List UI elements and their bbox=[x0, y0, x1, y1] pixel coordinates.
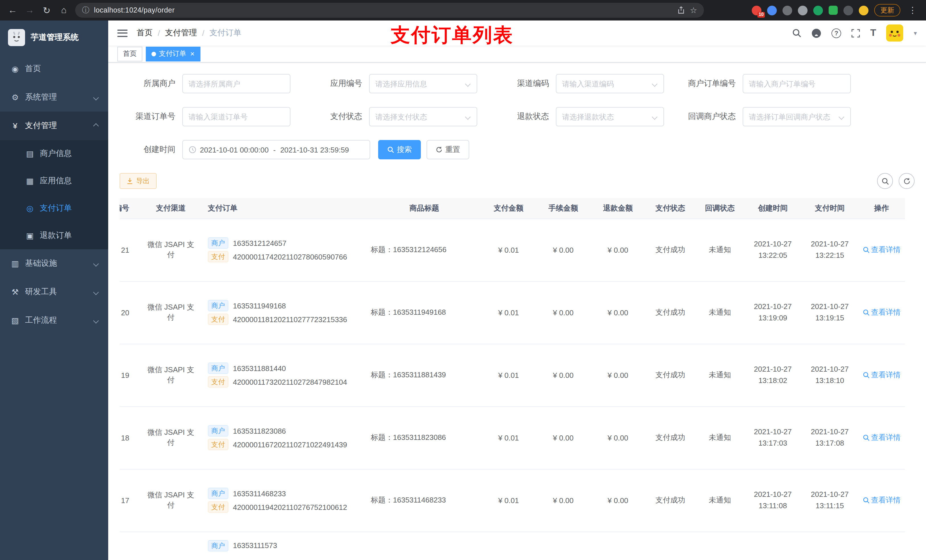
create-time-range[interactable]: 2021-10-01 00:00:00 - 2021-10-31 23:59:5… bbox=[182, 140, 370, 159]
view-detail-link[interactable]: 查看详情 bbox=[862, 245, 901, 255]
row-actions: 查看详情 bbox=[858, 344, 905, 406]
app-logo[interactable]: 芋道管理系统 bbox=[0, 21, 108, 54]
toggle-search-button[interactable] bbox=[877, 173, 893, 189]
site-info-icon[interactable]: ⓘ bbox=[82, 5, 89, 15]
tab-pay-order[interactable]: 支付订单 × bbox=[146, 46, 200, 61]
channel-code-select[interactable] bbox=[556, 74, 664, 93]
extension-icon[interactable] bbox=[798, 5, 808, 15]
callback-status-select[interactable] bbox=[743, 107, 851, 126]
browser-back-icon[interactable]: ← bbox=[5, 2, 21, 18]
bookmark-star-icon[interactable]: ☆ bbox=[690, 6, 697, 15]
extension-icon[interactable] bbox=[813, 5, 823, 15]
user-avatar[interactable] bbox=[887, 24, 903, 42]
extension-icon[interactable]: 10 bbox=[752, 5, 761, 15]
extension-icon[interactable] bbox=[829, 6, 838, 15]
sidebar-item-label: 系统管理 bbox=[25, 92, 57, 103]
clock-icon bbox=[189, 146, 197, 154]
date-start: 2021-10-01 00:00:00 bbox=[200, 145, 268, 154]
table-row: 18微信 JSAPI 支付商户1635311823086支付4200001167… bbox=[120, 406, 905, 469]
merchant-order-no-input[interactable] bbox=[749, 79, 844, 88]
fullscreen-icon[interactable] bbox=[851, 29, 860, 37]
view-detail-link[interactable]: 查看详情 bbox=[862, 495, 901, 506]
pay-status-select-input[interactable] bbox=[375, 112, 462, 121]
product-title: 标题：1635311949168 bbox=[367, 281, 481, 344]
table-row: 商户16353111573 bbox=[120, 531, 905, 560]
sidebar-toggle-icon[interactable] bbox=[117, 29, 127, 37]
channel-order-no-field[interactable] bbox=[182, 107, 291, 126]
notify-status: 未通知 bbox=[695, 406, 744, 469]
order-id: 20 bbox=[120, 281, 141, 344]
browser-menu-icon[interactable]: ⋮ bbox=[906, 5, 919, 15]
filter-label: 创建时间 bbox=[120, 145, 182, 155]
url-bar[interactable]: ⓘ localhost:1024/pay/order ☆ bbox=[75, 3, 704, 18]
browser-update-button[interactable]: 更新 bbox=[874, 4, 900, 17]
breadcrumb-separator: / bbox=[158, 29, 160, 38]
merchant-tag: 商户 bbox=[208, 362, 228, 374]
url-text[interactable]: localhost:1024/pay/order bbox=[94, 6, 673, 14]
column-header: 支付时间 bbox=[801, 198, 858, 219]
sidebar-item-home[interactable]: ◉ 首页 bbox=[0, 54, 108, 83]
pay-status-select[interactable] bbox=[369, 107, 477, 126]
pay-order-cell: 商户1635311823086支付42000011672021102710224… bbox=[201, 406, 367, 469]
merchant-order-no-field[interactable] bbox=[743, 74, 851, 93]
app-info-icon: ▦ bbox=[25, 177, 35, 186]
order-id: 18 bbox=[120, 406, 141, 469]
sidebar-item-refund-order[interactable]: ▣ 退款订单 bbox=[0, 222, 108, 249]
pay-time bbox=[801, 531, 858, 560]
breadcrumb-item[interactable]: 支付管理 bbox=[165, 28, 197, 38]
table-row: 17微信 JSAPI 支付商户1635311468233支付4200001194… bbox=[120, 469, 905, 531]
pay-channel: 微信 JSAPI 支付 bbox=[141, 281, 201, 344]
app-no-select[interactable] bbox=[369, 74, 477, 93]
app-no-select-input[interactable] bbox=[375, 79, 462, 88]
sidebar-item-devtools[interactable]: ⚒ 研发工具 bbox=[0, 278, 108, 306]
sidebar-item-workflow[interactable]: ▧ 工作流程 bbox=[0, 306, 108, 335]
merchant-filter[interactable] bbox=[182, 74, 291, 93]
refresh-table-button[interactable] bbox=[899, 173, 915, 189]
sidebar-item-app-info[interactable]: ▦ 应用信息 bbox=[0, 167, 108, 195]
browser-forward-icon[interactable]: → bbox=[22, 2, 38, 18]
close-icon[interactable]: × bbox=[190, 50, 195, 57]
reset-button[interactable]: 重置 bbox=[427, 140, 469, 159]
fee-amount: ¥ 0.00 bbox=[536, 469, 590, 531]
date-separator: - bbox=[272, 145, 277, 154]
breadcrumb-item[interactable]: 首页 bbox=[137, 28, 153, 38]
pay-channel: 微信 JSAPI 支付 bbox=[141, 469, 201, 531]
browser-home-icon[interactable]: ⌂ bbox=[56, 2, 72, 18]
channel-order-no-input[interactable] bbox=[189, 112, 284, 121]
profile-avatar-icon[interactable] bbox=[859, 5, 869, 15]
extension-icon[interactable] bbox=[782, 5, 792, 15]
browser-reload-icon[interactable]: ↻ bbox=[39, 2, 54, 18]
search-icon[interactable] bbox=[792, 29, 801, 38]
refund-status-select-input[interactable] bbox=[562, 112, 649, 121]
search-button[interactable]: 搜索 bbox=[378, 140, 421, 159]
logo-avatar bbox=[8, 29, 25, 46]
view-detail-link[interactable]: 查看详情 bbox=[862, 433, 901, 443]
sidebar-item-infra[interactable]: ▥ 基础设施 bbox=[0, 249, 108, 278]
order-id: 17 bbox=[120, 469, 141, 531]
caret-down-icon[interactable]: ▾ bbox=[914, 29, 917, 37]
github-icon[interactable] bbox=[811, 28, 821, 38]
view-detail-link[interactable]: 查看详情 bbox=[862, 370, 901, 380]
column-header: 回调状态 bbox=[695, 198, 744, 219]
sidebar-item-label: 商户信息 bbox=[40, 148, 72, 159]
channel-code-select-input[interactable] bbox=[562, 79, 649, 88]
sidebar-item-system[interactable]: ⚙ 系统管理 bbox=[0, 83, 108, 112]
sidebar-item-pay-order[interactable]: ◎ 支付订单 bbox=[0, 195, 108, 222]
share-icon[interactable] bbox=[678, 6, 685, 14]
create-time: 2021-10-2713:18:02 bbox=[744, 344, 801, 406]
callback-status-select-input[interactable] bbox=[749, 112, 836, 121]
export-button[interactable]: 导出 bbox=[120, 173, 157, 189]
product-title: 标题：1635312124656 bbox=[367, 219, 481, 281]
sidebar-item-payment[interactable]: ¥ 支付管理 bbox=[0, 112, 108, 140]
column-header: 支付金额 bbox=[481, 198, 536, 219]
refund-status-select[interactable] bbox=[556, 107, 664, 126]
tab-home[interactable]: 首页 bbox=[117, 46, 142, 61]
sidebar-item-merchant-info[interactable]: ▤ 商户信息 bbox=[0, 140, 108, 167]
extensions-pin-icon[interactable] bbox=[843, 5, 853, 15]
font-size-icon[interactable]: T bbox=[870, 27, 876, 39]
merchant-filter-input[interactable] bbox=[189, 79, 284, 88]
help-icon[interactable]: ? bbox=[831, 28, 841, 38]
pay-channel: 微信 JSAPI 支付 bbox=[141, 406, 201, 469]
view-detail-link[interactable]: 查看详情 bbox=[862, 307, 901, 318]
extension-icon[interactable] bbox=[767, 5, 777, 15]
